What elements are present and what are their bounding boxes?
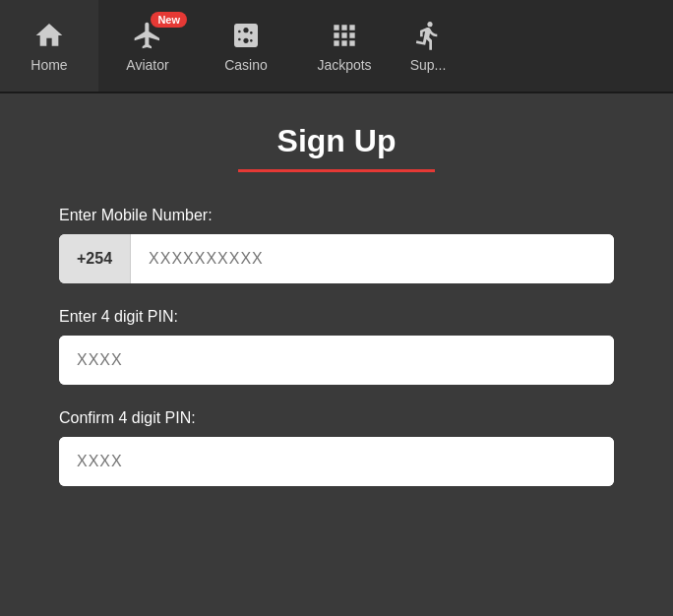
nav-item-jackpots[interactable]: Jackpots [295,0,394,92]
title-underline [238,169,435,172]
casino-icon [230,20,262,51]
nav-label-casino: Casino [224,57,268,73]
page-title: Sign Up [59,123,614,159]
super-icon [412,20,444,51]
mobile-input-wrapper: +254 [59,234,614,283]
nav-label-aviator: Aviator [126,57,168,73]
nav-item-super[interactable]: Sup... [394,0,462,92]
pin-input[interactable] [59,336,614,385]
nav-label-jackpots: Jackpots [317,57,371,73]
country-code: +254 [59,234,131,283]
mobile-number-section: Enter Mobile Number: +254 [59,207,614,283]
nav-label-super: Sup... [410,57,447,73]
confirm-pin-label: Confirm 4 digit PIN: [59,409,614,427]
confirm-pin-section: Confirm 4 digit PIN: [59,409,614,486]
pin-section: Enter 4 digit PIN: [59,308,614,385]
pin-input-wrapper [59,336,614,385]
pin-label: Enter 4 digit PIN: [59,308,614,326]
phone-input[interactable] [131,234,614,283]
nav-item-aviator[interactable]: New Aviator [98,0,197,92]
new-badge: New [151,12,187,28]
nav-label-home: Home [31,57,67,73]
mobile-label: Enter Mobile Number: [59,207,614,224]
jackpots-icon [329,20,360,51]
nav-item-home[interactable]: Home [0,0,98,92]
nav-item-casino[interactable]: Casino [197,0,295,92]
home-icon [33,20,65,51]
navbar: Home New Aviator Casino Jackpots Sup... [0,0,673,93]
confirm-pin-input[interactable] [59,437,614,486]
confirm-pin-input-wrapper [59,437,614,486]
main-content: Sign Up Enter Mobile Number: +254 Enter … [0,93,673,550]
